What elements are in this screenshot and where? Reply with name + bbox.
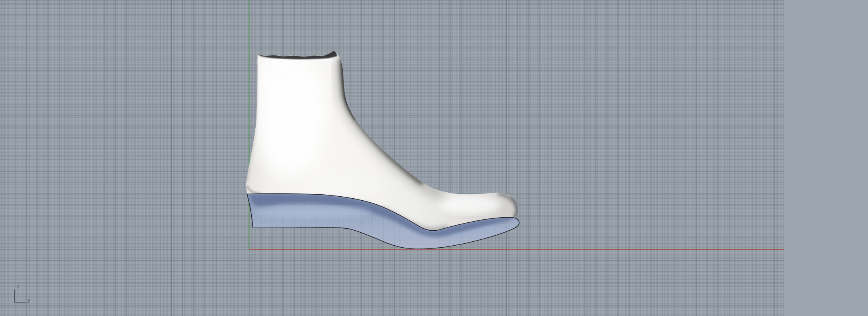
axis-indicator-lines: [14, 290, 26, 303]
axis-indicator-y-label: y: [27, 297, 30, 303]
boot-last-model: [0, 0, 868, 316]
axis-indicator-z-label: z: [17, 284, 20, 289]
axis-indicator: z y: [14, 285, 38, 307]
cad-viewport[interactable]: z y: [0, 0, 868, 316]
